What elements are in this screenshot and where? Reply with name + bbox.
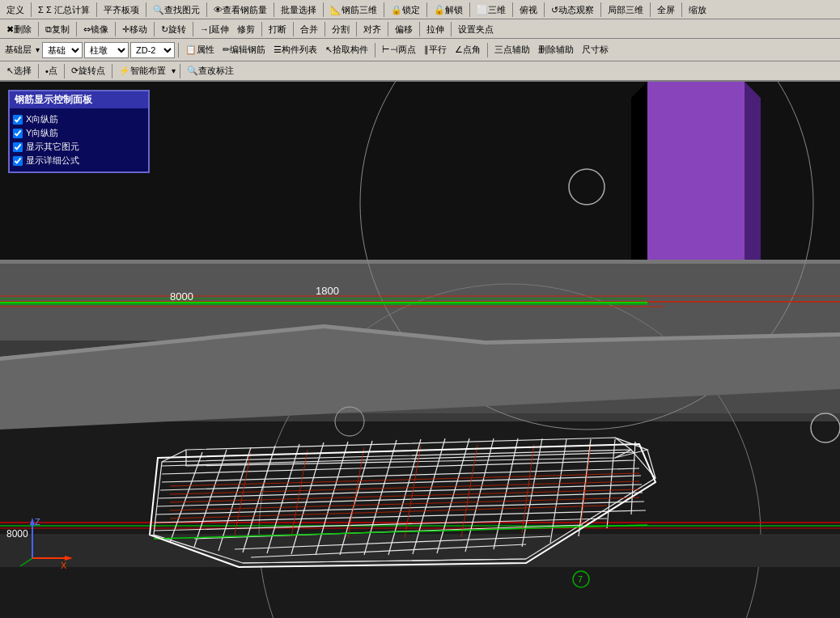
sep-r4-2 [64,64,65,78]
btn-fullscreen[interactable]: 全屏 [654,2,678,18]
orbit-icon: ↺ [551,5,558,15]
sep9 [469,2,470,17]
3d-icon: ⬜ [477,5,488,15]
checkbox-show-formula[interactable]: 显示详细公式 [13,154,145,167]
checkbox-show-formula-label: 显示详细公式 [26,154,79,167]
checkbox-show-other-input[interactable] [13,142,23,152]
svg-marker-5 [745,82,761,276]
btn-delete-aux[interactable]: 删除辅助 [535,42,577,58]
btn-grip[interactable]: 设置夹点 [455,21,497,37]
sep-r2-12 [451,22,452,36]
checkbox-show-formula-input[interactable] [13,156,23,166]
btn-batch-select[interactable]: 批量选择 [278,2,320,18]
svg-marker-4 [631,82,647,276]
btn-mirror[interactable]: ⇔ 镜像 [80,21,112,37]
checkbox-x-rebar[interactable]: X向纵筋 [13,113,145,125]
btn-topview[interactable]: 俯视 [516,2,541,18]
btn-edit-rebar[interactable]: ✏ 编辑钢筋 [219,42,269,58]
sep8 [426,2,427,17]
btn-point[interactable]: • 点 [42,63,61,79]
unlock-icon: 🔓 [434,5,445,15]
checkbox-y-rebar-label: Y向纵筋 [26,127,58,139]
sep10 [512,2,513,17]
btn-properties[interactable]: 📋 属性 [182,42,218,58]
btn-rotate-point[interactable]: ⟳ 旋转点 [68,63,108,79]
coordinate-axis: Z X [16,514,73,570]
sep-r2-8 [325,22,325,36]
sep-r2-11 [419,22,420,36]
btn-rotate[interactable]: ↻ 旋转 [158,21,189,37]
btn-split[interactable]: 分割 [329,21,353,37]
checkbox-y-rebar[interactable]: Y向纵筋 [13,127,145,139]
btn-copy[interactable]: ⧉ 复制 [42,21,73,37]
btn-define[interactable]: 定义 [3,2,28,18]
sep1 [31,2,32,17]
btn-extend[interactable]: →| 延伸 [197,21,232,37]
btn-pick-component[interactable]: ↖ 拾取构件 [322,42,371,58]
btn-edit-annotation[interactable]: 🔍 查改标注 [184,63,237,79]
btn-rebar-3d[interactable]: 📐 钢筋三维 [327,2,380,18]
btn-merge[interactable]: 合并 [297,21,321,37]
sep-r2-2 [76,22,77,36]
two-point-icon: ⊢⊣ [382,44,398,55]
edit-rebar-icon: ✏ [223,44,230,55]
btn-align[interactable]: 对齐 [360,21,384,37]
svg-text:8000: 8000 [170,290,193,303]
lock-icon: 🔒 [391,5,402,15]
btn-zoom[interactable]: 缩放 [685,2,710,18]
btn-select[interactable]: ↖ 选择 [3,63,35,79]
checkbox-show-other[interactable]: 显示其它图元 [13,141,145,153]
btn-offset[interactable]: 偏移 [392,21,416,37]
element-id-select[interactable]: ZD-2 [130,42,175,58]
svg-text:X: X [61,561,67,570]
btn-stretch[interactable]: 拉伸 [423,21,448,37]
rotate-icon: ↻ [161,24,168,35]
btn-view-rebar[interactable]: 👁 查看钢筋量 [210,2,270,18]
btn-break[interactable]: 打断 [265,21,290,37]
btn-parallel[interactable]: ∥ 平行 [421,42,450,58]
btn-lock[interactable]: 🔒 锁定 [388,2,423,18]
sep-r4-4 [180,64,180,78]
smart-icon: ⚡ [119,66,130,76]
btn-delete[interactable]: ✖ 删除 [3,21,35,37]
btn-angle-point[interactable]: ∠ 点角 [452,42,484,58]
checkbox-show-other-label: 显示其它图元 [26,141,79,153]
btn-align-view[interactable]: 平齐板项 [100,2,142,18]
element-type-select[interactable]: 柱墩 [84,42,129,58]
rotate-point-icon: ⟳ [71,66,78,76]
sigma-icon: Σ [38,5,44,15]
extend-icon: →| [200,24,211,34]
properties-icon: 📋 [185,44,197,55]
btn-smart-place[interactable]: ⚡ 智能布置 [116,63,169,79]
sep4 [206,2,207,17]
sep-r4-1 [38,64,39,78]
sep-r2-5 [193,22,193,36]
btn-summary[interactable]: Σ Σ 汇总计算 [35,2,93,18]
find-icon: 🔍 [153,5,164,15]
btn-find[interactable]: 🔍 查找图元 [150,2,203,18]
select-icon: ↖ [6,66,14,76]
btn-orbit[interactable]: ↺ 动态观察 [548,2,597,18]
btn-three-point-aux[interactable]: 三点辅助 [491,42,533,58]
sep-r3-3 [487,43,488,57]
smart-dropdown-arrow: ▾ [171,66,176,75]
btn-two-point[interactable]: ⊢⊣ 两点 [379,42,419,58]
btn-trim[interactable]: 修剪 [234,21,258,37]
checkbox-x-rebar-input[interactable] [13,115,23,125]
btn-3d[interactable]: ⬜ 三维 [473,2,509,18]
layer-type-select[interactable]: 基础 [42,42,83,58]
checkbox-y-rebar-input[interactable] [13,129,23,138]
toolbar-row-1: 定义 Σ Σ 汇总计算 平齐板项 🔍 查找图元 👁 查看钢筋量 批量选择 📐 钢… [0,0,840,19]
sep11 [544,2,545,17]
viewport[interactable]: 8000 1800 [0,82,840,618]
btn-local-3d[interactable]: 局部三维 [605,2,647,18]
pick-icon: ↖ [325,44,333,55]
btn-component-list[interactable]: ☰ 构件列表 [270,42,320,58]
svg-marker-6 [0,260,840,341]
svg-rect-3 [647,82,745,260]
btn-move[interactable]: ✛ 移动 [119,21,151,37]
dropdown-arrow-1: ▾ [35,45,40,54]
mirror-icon: ⇔ [83,24,91,35]
btn-unlock[interactable]: 🔓 解锁 [431,2,466,18]
btn-dimension[interactable]: 尺寸标 [579,42,612,58]
